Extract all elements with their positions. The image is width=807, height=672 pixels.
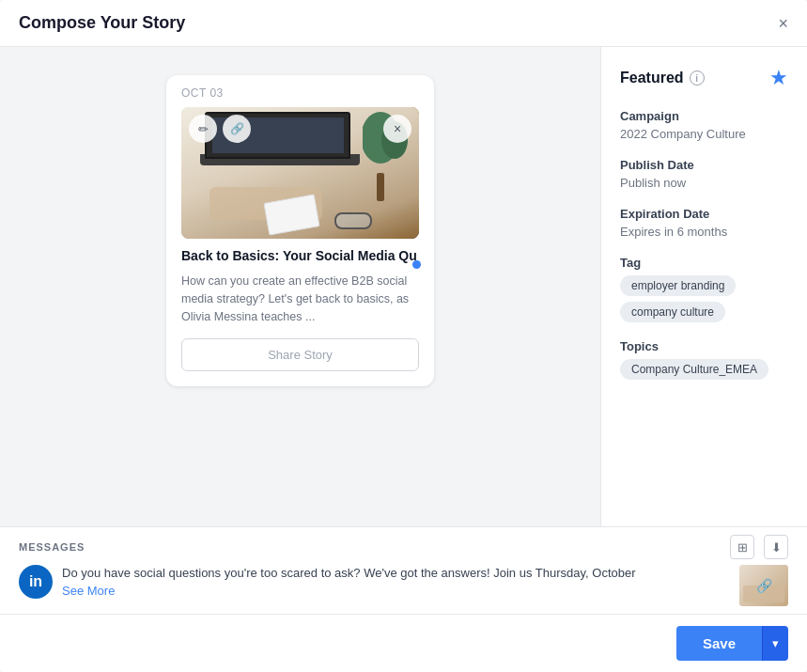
- edit-image-icon[interactable]: ✏: [189, 115, 217, 143]
- campaign-section: Campaign 2022 Company Culture: [620, 109, 788, 141]
- featured-star-icon[interactable]: ★: [769, 66, 788, 90]
- modal-body: OCT 03: [0, 47, 807, 526]
- linkedin-avatar: in: [19, 565, 53, 599]
- story-card: OCT 03: [166, 75, 434, 386]
- add-message-icon: ⊞: [737, 540, 748, 555]
- messages-header: MESSAGES ⊞ ⬇: [19, 535, 788, 559]
- topics-section: Topics Company Culture_EMEA: [620, 339, 788, 380]
- modal-title: Compose Your Story: [19, 13, 185, 33]
- message-text: Do you have social questions you're too …: [62, 565, 730, 601]
- expiration-date-section: Expiration Date Expires in 6 months: [620, 207, 788, 239]
- expiration-date-label: Expiration Date: [620, 207, 788, 221]
- modal-footer: Save ▾: [0, 614, 807, 672]
- tag-label: Tag: [620, 256, 788, 270]
- story-image-wrapper: ✏ 🔗 ×: [181, 107, 419, 239]
- campaign-value: 2022 Company Culture: [620, 127, 788, 141]
- messages-icons: ⊞ ⬇: [730, 535, 788, 559]
- share-story-button[interactable]: Share Story: [181, 338, 419, 371]
- sidebar: Featured i ★ Campaign 2022 Company Cultu…: [600, 47, 807, 526]
- download-message-button[interactable]: ⬇: [764, 535, 788, 559]
- main-area: OCT 03: [0, 47, 600, 526]
- topic-pill: Company Culture_EMEA: [620, 359, 768, 380]
- publish-date-label: Publish Date: [620, 158, 788, 172]
- publish-date-section: Publish Date Publish now: [620, 158, 788, 190]
- add-message-button[interactable]: ⊞: [730, 535, 754, 559]
- campaign-label: Campaign: [620, 109, 788, 123]
- save-dropdown-button[interactable]: ▾: [762, 626, 788, 661]
- expiration-date-value: Expires in 6 months: [620, 225, 788, 239]
- story-description: How can you create an effective B2B soci…: [166, 263, 434, 325]
- see-more-link[interactable]: See More: [62, 584, 115, 598]
- messages-bar: MESSAGES ⊞ ⬇ in Do you have social quest…: [0, 526, 807, 614]
- remove-image-icon[interactable]: ×: [383, 115, 411, 143]
- link-image-icon[interactable]: 🔗: [223, 115, 251, 143]
- compose-story-modal: Compose Your Story × OCT 03: [0, 0, 807, 672]
- topics-label: Topics: [620, 339, 788, 353]
- save-button[interactable]: Save: [676, 626, 762, 661]
- message-thumbnail: 🔗: [739, 565, 788, 606]
- tag-pill: company culture: [620, 302, 725, 322]
- chevron-down-icon: ▾: [772, 636, 779, 650]
- messages-label: MESSAGES: [19, 541, 85, 553]
- topics-pills: Company Culture_EMEA: [620, 359, 788, 380]
- download-icon: ⬇: [771, 540, 782, 555]
- story-title: Back to Basics: Your Social Media Qu: [166, 239, 434, 263]
- story-date: OCT 03: [166, 75, 434, 107]
- featured-label: Featured i: [620, 70, 705, 86]
- featured-row: Featured i ★: [620, 66, 788, 90]
- tag-pill: employer branding: [620, 275, 736, 296]
- tag-section: Tag employer brandingcompany culture: [620, 256, 788, 322]
- modal-header: Compose Your Story ×: [0, 0, 807, 47]
- message-row: in Do you have social questions you're t…: [19, 565, 788, 606]
- tag-pills: employer brandingcompany culture: [620, 275, 788, 322]
- publish-date-value: Publish now: [620, 176, 788, 190]
- featured-info-icon[interactable]: i: [690, 70, 705, 86]
- close-button[interactable]: ×: [778, 15, 788, 32]
